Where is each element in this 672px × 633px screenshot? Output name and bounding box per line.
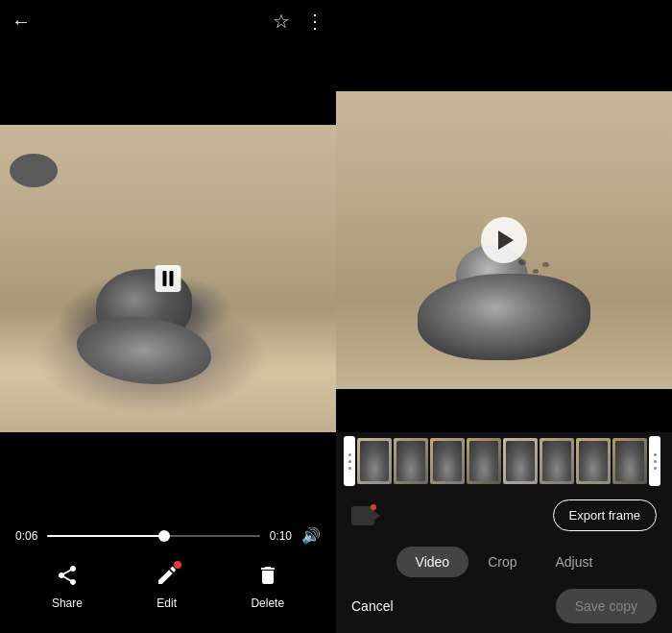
spot-2 (533, 269, 539, 274)
seal-body (418, 274, 590, 360)
bottom-controls-left: 0:06 0:10 🔊 Share (0, 515, 336, 633)
record-icon (351, 506, 374, 525)
video-container-left (0, 42, 336, 515)
volume-icon[interactable]: 🔊 (301, 526, 321, 545)
handle-dot-r2 (654, 460, 657, 463)
filmstrip[interactable] (344, 436, 660, 486)
spot-1 (518, 259, 526, 265)
rocks-left (10, 154, 58, 187)
right-panel: Export frame Video Crop Adjust Cancel Sa… (336, 0, 672, 633)
more-icon[interactable]: ⋮ (305, 10, 324, 33)
pause-button[interactable] (156, 265, 181, 292)
time-start: 0:06 (15, 529, 37, 543)
handle-dot-r1 (654, 453, 657, 456)
film-frame-8 (612, 438, 647, 484)
star-icon[interactable]: ☆ (273, 10, 290, 33)
timeline-track[interactable] (47, 535, 259, 537)
delete-icon (256, 564, 279, 593)
tab-video[interactable]: Video (396, 547, 469, 577)
record-indicator (351, 506, 374, 525)
handle-dot-1 (348, 453, 351, 456)
film-frame-1 (357, 438, 392, 484)
export-frame-button[interactable]: Export frame (553, 499, 657, 531)
cancel-button[interactable]: Cancel (351, 591, 394, 621)
delete-label: Delete (251, 596, 284, 610)
play-button[interactable] (481, 217, 527, 263)
save-copy-button[interactable]: Save copy (556, 589, 657, 623)
film-frame-7 (576, 438, 611, 484)
handle-dot-r3 (654, 467, 657, 470)
film-frame-2 (394, 438, 428, 484)
gap-area (336, 413, 672, 432)
share-label: Share (52, 596, 83, 610)
right-video-frame[interactable] (336, 91, 672, 389)
edit-badge (174, 561, 181, 569)
edit-label: Edit (156, 596, 177, 610)
record-dot (371, 504, 376, 510)
delete-button[interactable]: Delete (251, 564, 284, 610)
share-button[interactable]: Share (52, 564, 83, 610)
back-icon[interactable]: ← (12, 11, 31, 33)
filmstrip-area (336, 432, 672, 490)
export-row: Export frame (351, 499, 657, 531)
pause-bar-2 (170, 271, 174, 286)
edit-button[interactable]: Edit (156, 564, 179, 610)
share-icon (56, 564, 79, 593)
film-frame-3 (430, 438, 465, 484)
left-panel: ← ☆ ⋮ 0:06 0:10 🔊 (0, 0, 336, 633)
film-frame-6 (540, 438, 574, 484)
spot-3 (542, 262, 549, 267)
filmstrip-right-handle[interactable] (649, 436, 660, 486)
time-end: 0:10 (270, 529, 292, 543)
bottom-action-row: Cancel Save copy (351, 589, 657, 623)
filmstrip-left-handle[interactable] (344, 436, 355, 486)
handle-dot-2 (348, 460, 351, 463)
bottom-tool-area: Export frame Video Crop Adjust Cancel Sa… (336, 490, 672, 633)
handle-dot-3 (348, 467, 351, 470)
tab-adjust[interactable]: Adjust (537, 547, 612, 577)
tab-row: Video Crop Adjust (351, 547, 657, 577)
video-frame-left[interactable] (0, 125, 336, 432)
film-frame-5 (503, 438, 538, 484)
right-video-area (336, 67, 672, 413)
edit-icon-wrap (156, 564, 179, 593)
timeline-thumb[interactable] (158, 530, 170, 542)
top-black-area (336, 0, 672, 67)
play-icon (498, 231, 514, 250)
film-frame-4 (467, 438, 501, 484)
top-bar-left: ← ☆ ⋮ (0, 0, 336, 42)
tab-crop[interactable]: Crop (468, 547, 536, 577)
pause-bar-1 (163, 271, 167, 286)
timeline: 0:06 0:10 🔊 (15, 526, 321, 545)
timeline-progress (47, 535, 164, 537)
bottom-actions: Share Edit Delete (15, 556, 321, 625)
